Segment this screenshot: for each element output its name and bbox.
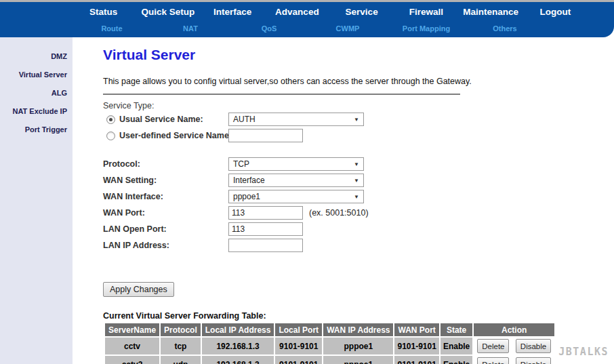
nav-advanced[interactable]: Advanced bbox=[265, 5, 329, 19]
lan-open-port-label: LAN Open Port: bbox=[103, 224, 167, 234]
wan-interface-select[interactable]: pppoe1 ▼ bbox=[228, 190, 364, 203]
col-server-name: ServerName bbox=[105, 323, 159, 336]
cell-action: Delete Disable bbox=[474, 338, 554, 355]
delete-button[interactable]: Delete bbox=[477, 339, 509, 353]
cell-action: Delete Disable bbox=[474, 356, 554, 364]
col-wan-port: WAN Port bbox=[394, 323, 438, 336]
main-nav: Status Quick Setup Interface Advanced Se… bbox=[71, 5, 588, 19]
disable-button[interactable]: Disable bbox=[516, 339, 551, 353]
cell-local-port: 9101-9101 bbox=[275, 356, 322, 364]
nav-status[interactable]: Status bbox=[71, 5, 136, 19]
chevron-down-icon: ▼ bbox=[354, 117, 359, 123]
table-row: cctv tcp 192.168.1.3 9101-9101 pppoe1 91… bbox=[105, 338, 554, 355]
wan-interface-label: WAN Interface: bbox=[103, 192, 163, 201]
delete-button[interactable]: Delete bbox=[477, 357, 509, 364]
wan-setting-select[interactable]: Interface ▼ bbox=[228, 174, 364, 187]
cell-protocol: tcp bbox=[161, 338, 201, 355]
wan-setting-row: WAN Setting: Interface ▼ bbox=[103, 173, 614, 188]
lan-open-port-row: LAN Open Port: bbox=[103, 222, 614, 237]
sidebar: DMZ Virtual Server ALG NAT Exclude IP Po… bbox=[0, 37, 73, 364]
col-action: Action bbox=[474, 323, 554, 336]
apply-changes-button[interactable]: Apply Changes bbox=[103, 282, 174, 297]
cell-local-ip: 192.168.1.3 bbox=[202, 356, 274, 364]
cell-server-name: cctv bbox=[105, 338, 159, 355]
lan-ip-address-input[interactable] bbox=[228, 239, 303, 252]
chevron-down-icon: ▼ bbox=[354, 194, 359, 200]
cell-local-ip: 192.168.1.3 bbox=[202, 338, 274, 355]
protocol-row: Protocol: TCP ▼ bbox=[103, 157, 614, 171]
subnav-nat[interactable]: NAT bbox=[151, 23, 230, 34]
nav-logout[interactable]: Logout bbox=[523, 5, 588, 19]
wan-setting-label: WAN Setting: bbox=[103, 176, 157, 185]
forwarding-table-caption: Current Virtual Server Forwarding Table: bbox=[103, 311, 614, 321]
protocol-label: Protocol: bbox=[103, 159, 140, 169]
usual-service-value: AUTH bbox=[233, 115, 255, 124]
user-defined-service-row: User-defined Service Name: bbox=[103, 128, 614, 143]
col-local-port: Local Port bbox=[275, 323, 322, 336]
forwarding-table: ServerName Protocol Local IP Address Loc… bbox=[104, 322, 556, 364]
main-content: Virtual Server This page allows you to c… bbox=[73, 37, 614, 364]
cell-local-port: 9101-9101 bbox=[275, 338, 322, 355]
cell-state: Enable bbox=[441, 356, 472, 364]
lan-open-port-input[interactable] bbox=[228, 222, 303, 236]
subnav-cwmp[interactable]: CWMP bbox=[308, 23, 387, 34]
wan-port-hint: (ex. 5001:5010) bbox=[309, 208, 369, 218]
cell-wan-ip: pppoe1 bbox=[323, 356, 393, 364]
wan-port-row: WAN Port: (ex. 5001:5010) bbox=[103, 205, 614, 220]
table-header-row: ServerName Protocol Local IP Address Loc… bbox=[105, 323, 554, 336]
nav-quick-setup[interactable]: Quick Setup bbox=[136, 5, 200, 19]
cell-server-name: cctv2 bbox=[105, 356, 159, 364]
subnav-others[interactable]: Others bbox=[466, 23, 544, 34]
divider bbox=[103, 94, 460, 95]
page-title: Virtual Server bbox=[103, 47, 614, 63]
sub-nav: Route NAT QoS CWMP Port Mapping Others bbox=[73, 23, 544, 34]
protocol-select[interactable]: TCP ▼ bbox=[228, 157, 364, 171]
col-wan-ip-address: WAN IP Address bbox=[323, 323, 393, 336]
usual-service-row: Usual Service Name: AUTH ▼ bbox=[103, 112, 614, 127]
chevron-down-icon: ▼ bbox=[354, 178, 359, 184]
sidebar-item-port-trigger[interactable]: Port Trigger bbox=[0, 121, 73, 139]
chevron-down-icon: ▼ bbox=[354, 161, 359, 167]
cell-wan-port: 9101-9101 bbox=[394, 338, 438, 355]
subnav-port-mapping[interactable]: Port Mapping bbox=[387, 23, 466, 34]
service-type-label: Service Type: bbox=[103, 101, 614, 110]
sidebar-item-nat-exclude-ip[interactable]: NAT Exclude IP bbox=[0, 102, 73, 121]
cell-state: Enable bbox=[441, 338, 472, 355]
col-local-ip-address: Local IP Address bbox=[202, 323, 274, 336]
wan-port-input[interactable] bbox=[228, 206, 303, 220]
disable-button[interactable]: Disable bbox=[516, 357, 551, 364]
nav-maintenance[interactable]: Maintenance bbox=[459, 5, 523, 19]
lan-ip-address-label: LAN IP Address: bbox=[103, 241, 169, 250]
user-defined-service-input[interactable] bbox=[228, 129, 303, 142]
jbtalks-watermark: JBTALKS bbox=[558, 346, 609, 358]
usual-service-select[interactable]: AUTH ▼ bbox=[228, 113, 364, 126]
sidebar-item-dmz[interactable]: DMZ bbox=[0, 47, 73, 66]
top-navigation-bar: Status Quick Setup Interface Advanced Se… bbox=[0, 2, 614, 37]
cell-wan-port: 9101-9101 bbox=[394, 356, 438, 364]
lan-ip-address-row: LAN IP Address: bbox=[103, 238, 614, 253]
cell-wan-ip: pppoe1 bbox=[323, 338, 393, 355]
user-defined-service-label: User-defined Service Name: bbox=[119, 131, 232, 140]
col-protocol: Protocol bbox=[161, 323, 201, 336]
user-defined-service-radio[interactable] bbox=[106, 132, 115, 140]
subnav-route[interactable]: Route bbox=[73, 23, 151, 34]
wan-port-label: WAN Port: bbox=[103, 208, 145, 218]
usual-service-label: Usual Service Name: bbox=[119, 115, 203, 124]
cell-protocol: udp bbox=[161, 356, 201, 364]
sidebar-item-alg[interactable]: ALG bbox=[0, 84, 73, 102]
nav-service[interactable]: Service bbox=[329, 5, 394, 19]
subnav-qos[interactable]: QoS bbox=[230, 23, 308, 34]
nav-firewall[interactable]: Firewall bbox=[394, 5, 458, 19]
page-description: This page allows you to config virtual s… bbox=[103, 77, 614, 86]
nav-interface[interactable]: Interface bbox=[201, 5, 265, 19]
wan-interface-row: WAN Interface: pppoe1 ▼ bbox=[103, 189, 614, 204]
table-row: cctv2 udp 192.168.1.3 9101-9101 pppoe1 9… bbox=[105, 356, 554, 364]
usual-service-radio[interactable] bbox=[106, 115, 115, 124]
sidebar-item-virtual-server[interactable]: Virtual Server bbox=[0, 66, 73, 84]
col-state: State bbox=[441, 323, 472, 336]
